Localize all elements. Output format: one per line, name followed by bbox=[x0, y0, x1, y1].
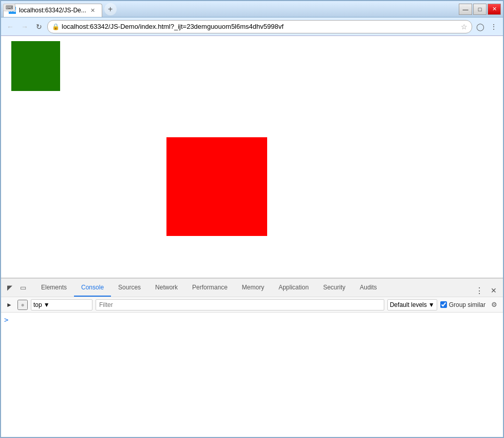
console-toolbar: ► ● top ▼ Default levels ▼ Group similar… bbox=[1, 297, 503, 313]
devtools-icon-buttons: ◤ ▭ bbox=[4, 282, 29, 294]
bookmark-star-icon[interactable]: ☆ bbox=[461, 23, 468, 31]
browser-window: WS localhost:63342/JS-De... ✕ + ⌨ — □ ✕ … bbox=[0, 0, 504, 438]
console-prompt-line[interactable]: > bbox=[4, 315, 500, 325]
keyboard-shortcut-badge: ⌨ bbox=[3, 3, 15, 11]
devtools-more-button[interactable]: ⋮ bbox=[473, 284, 486, 297]
clear-log-button[interactable]: ● bbox=[17, 300, 28, 310]
address-bar[interactable]: 🔒 ☆ bbox=[47, 20, 472, 33]
tab-title: localhost:63342/JS-De... bbox=[19, 7, 86, 14]
back-button[interactable]: ← bbox=[4, 21, 16, 33]
tab-console[interactable]: Console bbox=[74, 279, 111, 297]
red-box bbox=[166, 137, 267, 236]
browser-content: ◤ ▭ Elements Console Sources Network Per… bbox=[1, 36, 503, 437]
lock-icon: 🔒 bbox=[52, 23, 60, 30]
inspect-element-button[interactable]: ◤ bbox=[4, 282, 15, 294]
tab-security[interactable]: Security bbox=[316, 279, 352, 297]
prompt-chevron-icon: > bbox=[4, 316, 8, 324]
tab-application[interactable]: Application bbox=[271, 279, 316, 297]
group-similar-text: Group similar bbox=[449, 301, 486, 308]
context-selector[interactable]: top ▼ bbox=[31, 299, 92, 311]
context-dropdown-icon: ▼ bbox=[44, 301, 50, 308]
address-bar-area: ← → ↻ 🔒 ☆ ◯ ⋮ bbox=[1, 17, 503, 36]
tab-audits[interactable]: Audits bbox=[352, 279, 384, 297]
title-bar-left: WS localhost:63342/JS-De... ✕ + bbox=[3, 2, 459, 17]
levels-label: Default levels bbox=[390, 301, 427, 308]
chrome-menu-buttons: ◯ ⋮ bbox=[474, 21, 500, 33]
tab-sources[interactable]: Sources bbox=[111, 279, 148, 297]
devtools-close-button[interactable]: ✕ bbox=[488, 284, 500, 297]
tab-network[interactable]: Network bbox=[148, 279, 185, 297]
webpage bbox=[1, 36, 503, 278]
devtools-panel: ◤ ▭ Elements Console Sources Network Per… bbox=[1, 278, 503, 437]
profile-button[interactable]: ◯ bbox=[474, 21, 487, 33]
green-box bbox=[11, 41, 60, 91]
browser-tab[interactable]: WS localhost:63342/JS-De... ✕ bbox=[3, 4, 102, 17]
group-similar-checkbox[interactable] bbox=[440, 301, 447, 308]
devtools-tabs: Elements Console Sources Network Perform… bbox=[34, 279, 500, 297]
window-controls: — □ ✕ bbox=[459, 4, 501, 15]
console-settings-button[interactable]: ⚙ bbox=[489, 299, 500, 311]
tab-performance[interactable]: Performance bbox=[185, 279, 235, 297]
execute-script-button[interactable]: ► bbox=[4, 300, 14, 310]
minimize-button[interactable]: — bbox=[459, 4, 472, 15]
close-button[interactable]: ✕ bbox=[488, 4, 501, 15]
levels-dropdown-icon: ▼ bbox=[428, 301, 435, 308]
context-label: top bbox=[33, 301, 42, 308]
devtools-right-controls: ⋮ ✕ bbox=[473, 284, 500, 297]
log-levels-selector[interactable]: Default levels ▼ bbox=[387, 299, 437, 311]
url-input[interactable] bbox=[62, 23, 459, 30]
device-toolbar-button[interactable]: ▭ bbox=[17, 282, 29, 294]
tab-elements[interactable]: Elements bbox=[34, 279, 74, 297]
title-bar: WS localhost:63342/JS-De... ✕ + ⌨ — □ ✕ bbox=[1, 1, 503, 17]
more-menu-button[interactable]: ⋮ bbox=[488, 21, 500, 33]
tab-close-button[interactable]: ✕ bbox=[89, 7, 97, 14]
refresh-button[interactable]: ↻ bbox=[33, 21, 45, 33]
new-tab-button[interactable]: + bbox=[104, 3, 117, 15]
console-output[interactable]: > bbox=[1, 313, 503, 437]
tab-memory[interactable]: Memory bbox=[235, 279, 271, 297]
maximize-button[interactable]: □ bbox=[473, 4, 487, 15]
group-similar-label[interactable]: Group similar bbox=[440, 301, 486, 308]
devtools-header: ◤ ▭ Elements Console Sources Network Per… bbox=[1, 279, 503, 297]
console-filter-input[interactable] bbox=[96, 299, 384, 311]
forward-button[interactable]: → bbox=[18, 21, 31, 33]
